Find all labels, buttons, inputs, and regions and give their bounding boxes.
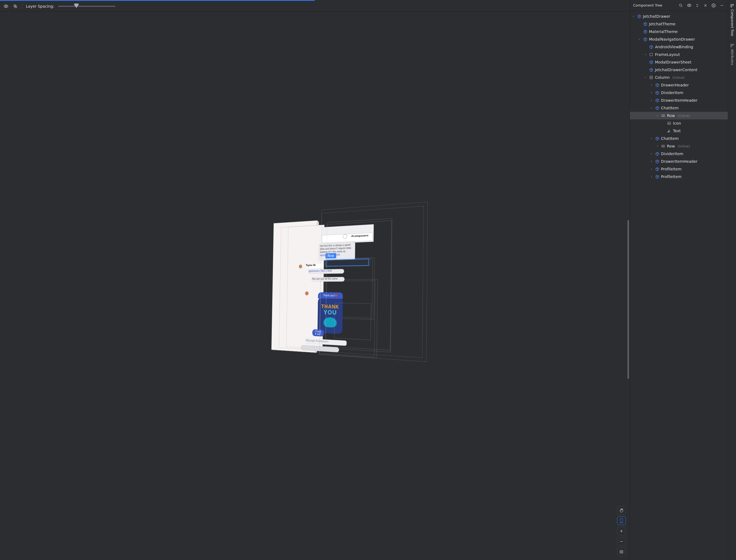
chevron-down-icon[interactable] bbox=[644, 76, 647, 79]
tree-row[interactable]: Row(inline) bbox=[630, 112, 728, 119]
vtab-component-tree[interactable]: Component Tree bbox=[730, 2, 735, 38]
eye-icon[interactable] bbox=[3, 4, 9, 9]
toolbar-separator bbox=[22, 4, 22, 9]
tree-body[interactable]: JetchatDrawerJetchatThemeMaterialThemeMo… bbox=[630, 11, 728, 560]
tree-node-label: JetchatDrawer bbox=[643, 14, 670, 19]
slider-thumb[interactable] bbox=[74, 5, 79, 8]
canvas-toolbar: Layer Spacing: bbox=[0, 1, 630, 12]
device-frame-button[interactable] bbox=[617, 516, 626, 525]
svg-rect-34 bbox=[732, 44, 734, 45]
tree-row[interactable]: ModalNavigationDrawer bbox=[630, 35, 728, 43]
tree-node-label: JetchatTheme bbox=[649, 22, 675, 26]
zoom-controls bbox=[617, 506, 626, 556]
svg-point-10 bbox=[680, 4, 682, 6]
pan-button[interactable] bbox=[617, 506, 626, 515]
svg-point-4 bbox=[621, 522, 622, 523]
tree-header: Component Tree bbox=[630, 0, 728, 11]
tree-row[interactable]: Icon bbox=[630, 119, 728, 127]
vtab-label: Attributes bbox=[730, 49, 734, 65]
inline-tag: (inline) bbox=[678, 114, 690, 118]
chevron-down-icon[interactable] bbox=[656, 114, 659, 117]
tree-row[interactable]: DrawerHeader bbox=[630, 81, 728, 89]
tree-row[interactable]: JetchatTheme bbox=[630, 20, 728, 28]
minimize-icon[interactable] bbox=[719, 3, 725, 8]
tree-row[interactable]: ProfileItem bbox=[630, 173, 728, 180]
tree-row[interactable]: Column(inline) bbox=[630, 74, 728, 81]
tree-node-label: ProfileItem bbox=[661, 174, 681, 179]
gear-icon[interactable] bbox=[711, 3, 716, 8]
chevron-down-icon[interactable] bbox=[650, 107, 653, 109]
tree-row[interactable]: MaterialTheme bbox=[630, 28, 728, 35]
tree-row[interactable]: ModalDrawerSheet bbox=[630, 58, 728, 66]
chevron-right-icon[interactable] bbox=[650, 152, 653, 155]
component-tree-pane: Component Tree JetchatDrawerJetchatTheme… bbox=[630, 0, 728, 560]
svg-rect-30 bbox=[731, 4, 732, 5]
svg-rect-18 bbox=[650, 76, 652, 79]
tree-node-label: Icon bbox=[673, 121, 681, 125]
tree-node-label: ProfileItem bbox=[661, 167, 681, 171]
tree-node-label: DrawerItemHeader bbox=[661, 159, 698, 164]
compose-icon bbox=[302, 346, 305, 349]
canvas-scrollbar[interactable] bbox=[627, 220, 629, 379]
avatar bbox=[305, 291, 309, 295]
zoom-fit-button[interactable] bbox=[617, 547, 626, 556]
canvas-pane: Layer Spacing: #compos bbox=[0, 0, 630, 560]
search-icon[interactable] bbox=[678, 3, 684, 8]
author-name: Taylor Br bbox=[306, 264, 316, 267]
tree-row[interactable]: JetchatDrawerContent bbox=[630, 66, 728, 74]
chevron-right-icon[interactable] bbox=[650, 91, 653, 94]
tree-node-label: FrameLayout bbox=[655, 52, 680, 57]
tree-node-label: Column bbox=[655, 75, 670, 80]
tree-node-label: ModalNavigationDrawer bbox=[649, 37, 695, 41]
tree-row[interactable]: DrawerItemHeader bbox=[630, 158, 728, 165]
tree-row[interactable]: JetchatDrawer bbox=[630, 13, 728, 20]
svg-rect-17 bbox=[650, 53, 652, 56]
chevron-right-icon[interactable] bbox=[650, 175, 653, 178]
expand-collapse-icon[interactable] bbox=[695, 3, 700, 8]
chevron-right-icon[interactable] bbox=[656, 145, 659, 147]
cube-icon bbox=[649, 60, 653, 64]
chevron-right-icon[interactable] bbox=[650, 84, 653, 86]
tree-node-label: ModalDrawerSheet bbox=[655, 60, 691, 64]
tree-node-label: Row bbox=[667, 113, 675, 118]
vtab-label: Component Tree bbox=[730, 9, 734, 36]
tree-row[interactable]: DrawerItemHeader bbox=[630, 97, 728, 104]
tree-row[interactable]: Row(inline) bbox=[630, 142, 728, 150]
svg-rect-2 bbox=[15, 6, 17, 8]
cube-icon bbox=[655, 167, 659, 171]
tree-row[interactable]: DividerItem bbox=[630, 89, 728, 97]
cube-icon bbox=[655, 174, 659, 179]
chevron-down-icon[interactable] bbox=[650, 137, 653, 140]
svg-rect-8 bbox=[620, 550, 623, 553]
chevron-right-icon[interactable] bbox=[650, 160, 653, 163]
tree-row[interactable]: ChatItem bbox=[630, 135, 728, 142]
close-icon[interactable] bbox=[703, 3, 708, 8]
svg-point-15 bbox=[713, 5, 714, 6]
cube-icon bbox=[655, 106, 659, 110]
chevron-down-icon[interactable] bbox=[638, 38, 641, 41]
chevron-down-icon[interactable] bbox=[632, 15, 635, 18]
canvas-3d-viewport[interactable]: #composers last but this is always a goo… bbox=[0, 12, 630, 560]
chevron-right-icon[interactable] bbox=[650, 99, 653, 102]
tree-row[interactable]: AndroidViewBinding bbox=[630, 43, 728, 51]
svg-rect-27 bbox=[662, 145, 665, 147]
layer-spacing-slider[interactable] bbox=[58, 6, 115, 7]
tree-row[interactable]: AbText bbox=[630, 127, 728, 135]
tree-row[interactable]: ProfileItem bbox=[630, 165, 728, 173]
overlays-icon[interactable] bbox=[13, 4, 18, 9]
tree-row[interactable]: ChatItem bbox=[630, 104, 728, 112]
tree-title: Component Tree bbox=[633, 3, 675, 7]
zoom-in-button[interactable] bbox=[617, 527, 626, 535]
image-icon bbox=[667, 121, 671, 125]
tree-node-label: ChatItem bbox=[661, 106, 679, 110]
vtab-attributes[interactable]: Attributes bbox=[730, 42, 735, 67]
tree-row[interactable]: DividerItem bbox=[630, 150, 728, 158]
svg-point-0 bbox=[5, 5, 7, 7]
chevron-right-icon[interactable] bbox=[650, 168, 653, 170]
tree-node-label: MaterialTheme bbox=[649, 29, 678, 34]
chevron-right-icon[interactable] bbox=[644, 53, 647, 56]
zoom-out-button[interactable] bbox=[617, 537, 626, 546]
svg-rect-32 bbox=[731, 6, 732, 7]
eye-icon[interactable] bbox=[686, 3, 692, 8]
tree-row[interactable]: FrameLayout bbox=[630, 51, 728, 58]
